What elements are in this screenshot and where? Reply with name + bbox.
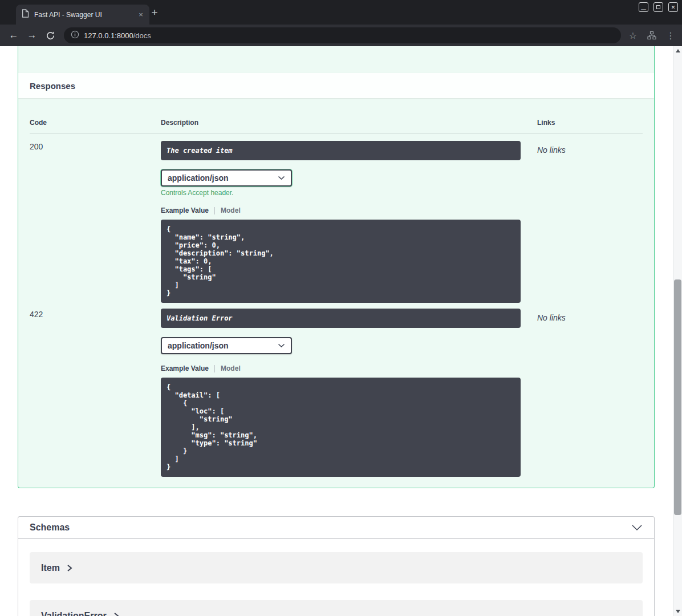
chevron-right-icon [67,564,72,573]
media-type-value: application/json [168,341,229,350]
new-tab-button[interactable]: + [149,7,160,18]
chevron-down-icon [278,176,285,180]
example-json-422: { "detail": [ { "loc": [ "string" ], "ms… [161,378,521,477]
response-description-cell: The created item application/json Contro… [161,141,537,303]
chevron-right-icon [113,611,119,616]
minimize-icon: — [641,6,646,12]
scroll-up-arrow-icon[interactable] [673,46,682,55]
schemas-header[interactable]: Schemas [18,517,654,539]
address-bar[interactable]: 127.0.0.1:8000/docs [64,27,621,43]
tab-model[interactable]: Model [221,206,241,214]
response-code: 422 [30,309,161,477]
tab-title: Fast API - Swagger UI [34,11,136,19]
schemas-title: Schemas [30,522,70,533]
model-item[interactable]: Item [30,552,643,583]
minimize-button[interactable]: — [639,2,648,12]
col-header-links: Links [537,119,643,127]
page-favicon-icon [22,9,29,20]
forward-icon[interactable]: → [25,29,39,42]
url-host: 127.0.0.1:8000 [84,31,133,40]
tab-example-value[interactable]: Example Value [161,364,209,372]
response-description: Validation Error [161,309,521,328]
post-opblock: Responses Code Description Links 200 The… [18,46,655,488]
model-name: Item [41,563,60,573]
media-type-select[interactable]: application/json [161,169,292,187]
window-controls: — ✕ [639,2,678,12]
reload-icon[interactable] [43,31,57,40]
tab-model[interactable]: Model [221,364,241,372]
scrollbar-thumb[interactable] [674,279,681,515]
controls-accept-note: Controls Accept header. [161,189,537,197]
response-links: No links [537,141,643,303]
tab-example-value[interactable]: Example Value [161,206,209,214]
media-type-select[interactable]: application/json [161,337,292,354]
opblock-body-spacer [18,46,654,73]
url-path: /docs [133,31,151,40]
close-icon: ✕ [671,5,676,10]
tab-divider [214,365,215,372]
response-links: No links [537,309,643,477]
col-header-description: Description [161,119,537,127]
responses-section-header: Responses [18,73,654,98]
chevron-down-icon [278,343,285,348]
schemas-section: Schemas Item ValidationError [18,516,655,616]
site-info-icon[interactable] [71,30,79,41]
bookmark-star-icon[interactable]: ☆ [627,30,639,41]
responses-table: Code Description Links 200 The created i… [18,98,654,477]
browser-menu-icon[interactable]: ⋮ [664,30,677,41]
response-row-422: 422 Validation Error application/json Ex… [30,303,643,477]
maximize-icon [656,5,660,9]
response-description: The created item [161,141,521,160]
chevron-down-icon[interactable] [631,524,643,531]
tab-close-icon[interactable]: × [136,10,146,20]
url-text: 127.0.0.1:8000/docs [84,31,151,40]
maximize-button[interactable] [653,2,663,12]
back-icon[interactable]: ← [7,29,21,42]
vertical-scrollbar[interactable] [673,46,682,616]
example-model-tabs: Example Value Model [161,364,537,373]
response-code: 200 [30,141,161,303]
scroll-down-arrow-icon[interactable] [673,607,682,616]
col-header-code: Code [30,119,161,127]
browser-titlebar: Fast API - Swagger UI × + — ✕ [0,0,682,25]
tab-divider [214,207,215,214]
swagger-page: Responses Code Description Links 200 The… [0,46,673,616]
close-button[interactable]: ✕ [668,2,678,12]
tab-organizer-icon[interactable] [646,31,658,40]
browser-toolbar: ← → 127.0.0.1:8000/docs ☆ ⋮ [0,25,682,46]
model-validationerror[interactable]: ValidationError [30,600,643,616]
example-json-200: { "name": "string", "price": 0, "descrip… [161,220,521,303]
model-name: ValidationError [41,611,107,616]
response-description-cell: Validation Error application/json Exampl… [161,309,537,477]
response-row-200: 200 The created item application/json Co… [30,133,643,303]
example-model-tabs: Example Value Model [161,206,537,215]
responses-title: Responses [30,81,75,91]
responses-table-head: Code Description Links [30,98,643,133]
schemas-body: Item ValidationError [18,539,654,616]
media-type-value: application/json [168,173,229,183]
browser-tab[interactable]: Fast API - Swagger UI × [16,5,149,25]
